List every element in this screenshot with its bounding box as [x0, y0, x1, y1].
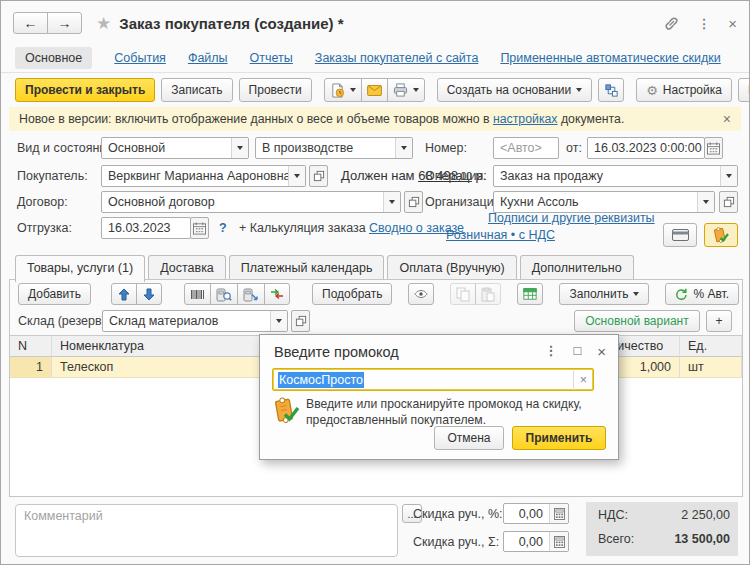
discount-sum-calculator-button[interactable]	[549, 532, 568, 551]
warehouse-select[interactable]: Склад материалов	[102, 310, 288, 332]
operation-dropdown-button[interactable]	[720, 166, 737, 186]
send-print-group	[324, 78, 425, 102]
promo-dialog: Введите промокод ⋮ □ × КосмосПросто × Вв…	[259, 334, 619, 460]
compare-button[interactable]	[264, 283, 290, 305]
more-button[interactable]: Еще	[738, 78, 750, 102]
dropdown-caret-icon	[350, 88, 356, 92]
paste-rows-button[interactable]	[475, 283, 501, 305]
move-up-button[interactable]	[111, 283, 137, 305]
page-title: Заказ покупателя (создание) *	[119, 15, 343, 32]
shipping-date-input[interactable]: 16.03.2023	[101, 217, 191, 239]
warehouse-dropdown-button[interactable]	[270, 311, 287, 331]
move-down-button[interactable]	[136, 283, 162, 305]
version-notice: Новое в версии: включить отображение дан…	[9, 107, 741, 131]
comment-textarea[interactable]	[15, 504, 398, 557]
operation-select[interactable]: Заказ на продажу	[493, 165, 738, 187]
doc-date-input[interactable]: 16.03.2023 0:00:00	[587, 137, 705, 159]
discount-pct-input[interactable]: 0,00	[503, 503, 569, 524]
load-terminal-button[interactable]	[237, 283, 265, 305]
barcode-button[interactable]	[184, 283, 211, 305]
nav-tab-files[interactable]: Файлы	[188, 51, 228, 65]
nav-tab-main[interactable]: Основное	[15, 47, 92, 69]
write-button[interactable]: Записать	[161, 78, 232, 102]
kind-dropdown-button[interactable]	[231, 138, 248, 158]
number-input[interactable]: <Авто>	[493, 137, 559, 159]
add-row-button[interactable]: Добавить	[18, 283, 91, 305]
dialog-close-icon[interactable]: ×	[597, 343, 606, 360]
promo-code-button[interactable]	[704, 223, 738, 247]
doc-date-calendar-button[interactable]	[704, 137, 723, 159]
kind-select[interactable]: Основной	[101, 137, 249, 159]
search-terminal-button[interactable]	[210, 283, 238, 305]
table-green-icon	[523, 287, 537, 301]
create-on-basis-button[interactable]: Создать на основании	[437, 78, 593, 102]
settings-button[interactable]: ⚙ Настройка	[636, 78, 732, 102]
favorite-star-icon[interactable]: ★	[96, 13, 111, 34]
tab-additional[interactable]: Дополнительно	[520, 255, 634, 282]
col-header-n[interactable]: N	[10, 336, 52, 357]
get-link-icon[interactable]	[663, 15, 680, 32]
buyer-dropdown-button[interactable]	[288, 166, 305, 186]
send-email-button[interactable]	[361, 78, 388, 102]
organization-open-button[interactable]	[719, 191, 738, 213]
auto-percent-button[interactable]: % Авт.	[665, 283, 739, 305]
document-tabs: Товары, услуги (1) Доставка Платежный ка…	[15, 255, 637, 282]
document-clock-icon	[330, 83, 345, 98]
shipping-help-link[interactable]: ?	[219, 217, 227, 239]
apply-button[interactable]: Применить	[512, 426, 606, 450]
payment-card-button[interactable]	[663, 223, 697, 247]
divider	[1, 72, 749, 73]
shipping-calendar-button[interactable]	[190, 217, 209, 239]
variant-button[interactable]: Основной вариант	[574, 310, 700, 332]
tab-payment-calendar[interactable]: Платежный календарь	[229, 255, 385, 282]
notice-settings-link[interactable]: настройках	[493, 112, 558, 126]
buyer-select[interactable]: Верквинг Марианна Аароновна	[101, 165, 306, 187]
tab-goods-services[interactable]: Товары, услуги (1)	[15, 255, 145, 282]
nav-tab-reports[interactable]: Отчеты	[250, 51, 293, 65]
copy-rows-button[interactable]	[450, 283, 476, 305]
discount-pct-calculator-button[interactable]	[549, 504, 568, 523]
contract-open-button[interactable]	[404, 191, 423, 213]
add-variant-button[interactable]: +	[706, 310, 732, 332]
order-calculation-link[interactable]: + Калькуляция заказа	[239, 217, 366, 239]
tab-delivery[interactable]: Доставка	[148, 255, 226, 282]
window-menu-kebab-icon[interactable]: ⋮	[698, 16, 711, 31]
export-table-button[interactable]	[517, 283, 543, 305]
col-header-unit[interactable]: Ед.	[680, 336, 742, 357]
state-dropdown-button[interactable]	[395, 138, 412, 158]
price-type-link[interactable]: Розничная • с НДС	[446, 228, 555, 242]
contract-select[interactable]: Основной договор	[101, 191, 401, 213]
cancel-button[interactable]: Отмена	[434, 426, 504, 450]
organization-dropdown-button[interactable]	[697, 192, 714, 212]
buyer-open-button[interactable]	[309, 165, 328, 187]
app-window: ← → ★ Заказ покупателя (создание) * ⋮ × …	[0, 0, 750, 565]
view-button[interactable]	[408, 283, 434, 305]
related-documents-button[interactable]	[598, 78, 624, 102]
notice-close-icon[interactable]: ×	[723, 111, 731, 127]
window-close-icon[interactable]: ×	[728, 15, 737, 32]
dialog-maximize-icon[interactable]: □	[573, 343, 581, 360]
fill-button[interactable]: Заполнить	[559, 283, 649, 305]
post-and-close-button[interactable]: Провести и закрыть	[15, 78, 155, 102]
tab-payment-manual[interactable]: Оплата (Вручную)	[387, 255, 516, 282]
contract-dropdown-button[interactable]	[383, 192, 400, 212]
warehouse-open-button[interactable]	[291, 310, 310, 332]
nav-tab-site-orders[interactable]: Заказы покупателей с сайта	[315, 51, 479, 65]
window-actions: ⋮ ×	[663, 15, 737, 32]
forward-button[interactable]: →	[47, 12, 82, 34]
promo-clear-icon[interactable]: ×	[573, 369, 593, 390]
discount-sum-input[interactable]: 0,00	[503, 531, 569, 552]
cell-unit[interactable]: шт	[680, 357, 742, 378]
post-button[interactable]: Провести	[239, 78, 312, 102]
nav-tab-events[interactable]: События	[114, 51, 166, 65]
back-button[interactable]: ←	[13, 12, 48, 34]
promo-input[interactable]: КосмосПросто ×	[272, 368, 594, 391]
buyer-value: Верквинг Марианна Аароновна	[102, 169, 288, 183]
discount-pct-label: Скидка руч., %:	[413, 503, 503, 525]
print-button[interactable]	[387, 78, 425, 102]
state-select[interactable]: В производстве	[255, 137, 413, 159]
attach-document-button[interactable]	[324, 78, 362, 102]
nav-tab-auto-discounts[interactable]: Примененные автоматические скидки	[500, 51, 720, 65]
pick-button[interactable]: Подобрать	[312, 283, 392, 305]
dialog-menu-kebab-icon[interactable]: ⋮	[544, 343, 557, 360]
